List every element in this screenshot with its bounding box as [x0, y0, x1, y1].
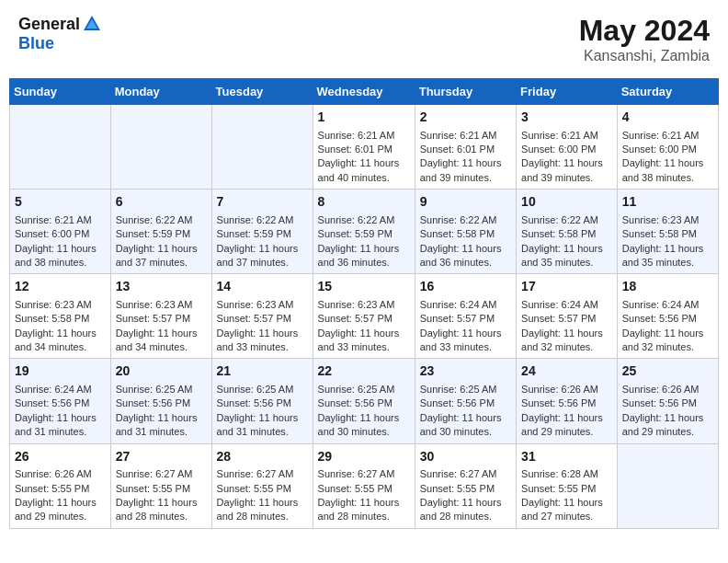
- calendar-table: Sunday Monday Tuesday Wednesday Thursday…: [9, 78, 719, 529]
- table-row: 19Sunrise: 6:24 AM Sunset: 5:56 PM Dayli…: [10, 359, 111, 443]
- table-row: 31Sunrise: 6:28 AM Sunset: 5:55 PM Dayli…: [517, 443, 618, 528]
- day-number: 17: [521, 278, 612, 296]
- table-row: 17Sunrise: 6:24 AM Sunset: 5:57 PM Dayli…: [517, 274, 618, 359]
- col-monday: Monday: [110, 79, 211, 105]
- day-info: Sunrise: 6:24 AM Sunset: 5:57 PM Dayligh…: [420, 298, 511, 355]
- day-info: Sunrise: 6:27 AM Sunset: 5:55 PM Dayligh…: [318, 467, 410, 524]
- table-row: [10, 105, 111, 190]
- day-info: Sunrise: 6:25 AM Sunset: 5:56 PM Dayligh…: [116, 383, 207, 440]
- table-row: 20Sunrise: 6:25 AM Sunset: 5:56 PM Dayli…: [110, 359, 211, 443]
- day-number: 6: [116, 193, 207, 212]
- day-number: 7: [217, 193, 308, 212]
- table-row: 18Sunrise: 6:24 AM Sunset: 5:56 PM Dayli…: [617, 274, 718, 359]
- calendar-week-row: 19Sunrise: 6:24 AM Sunset: 5:56 PM Dayli…: [10, 359, 719, 443]
- day-info: Sunrise: 6:22 AM Sunset: 5:58 PM Dayligh…: [420, 213, 511, 270]
- day-info: Sunrise: 6:25 AM Sunset: 5:56 PM Dayligh…: [420, 383, 511, 440]
- day-info: Sunrise: 6:26 AM Sunset: 5:56 PM Dayligh…: [622, 383, 713, 440]
- day-info: Sunrise: 6:23 AM Sunset: 5:58 PM Dayligh…: [15, 298, 106, 355]
- day-info: Sunrise: 6:21 AM Sunset: 6:00 PM Dayligh…: [622, 129, 713, 186]
- logo-general-text: General: [18, 15, 80, 34]
- day-info: Sunrise: 6:24 AM Sunset: 5:57 PM Dayligh…: [521, 298, 612, 355]
- day-number: 27: [116, 448, 207, 466]
- page-header: General Blue May 2024 Kansanshi, Zambia: [9, 9, 719, 69]
- day-number: 5: [15, 193, 106, 212]
- table-row: 29Sunrise: 6:27 AM Sunset: 5:55 PM Dayli…: [313, 443, 415, 528]
- day-info: Sunrise: 6:27 AM Sunset: 5:55 PM Dayligh…: [116, 467, 207, 524]
- day-info: Sunrise: 6:26 AM Sunset: 5:55 PM Dayligh…: [15, 467, 106, 524]
- day-number: 16: [420, 278, 511, 296]
- table-row: 13Sunrise: 6:23 AM Sunset: 5:57 PM Dayli…: [110, 274, 211, 359]
- day-number: 21: [217, 362, 308, 381]
- table-row: 30Sunrise: 6:27 AM Sunset: 5:55 PM Dayli…: [415, 443, 516, 528]
- day-number: 23: [420, 362, 511, 381]
- day-number: 29: [318, 448, 410, 466]
- calendar-week-row: 12Sunrise: 6:23 AM Sunset: 5:58 PM Dayli…: [10, 274, 719, 359]
- table-row: 2Sunrise: 6:21 AM Sunset: 6:01 PM Daylig…: [415, 105, 516, 190]
- col-wednesday: Wednesday: [313, 79, 415, 105]
- table-row: 6Sunrise: 6:22 AM Sunset: 5:59 PM Daylig…: [110, 190, 211, 274]
- day-number: 9: [420, 193, 511, 212]
- logo: General Blue: [18, 14, 102, 53]
- table-row: 24Sunrise: 6:26 AM Sunset: 5:56 PM Dayli…: [517, 359, 618, 443]
- day-info: Sunrise: 6:27 AM Sunset: 5:55 PM Dayligh…: [420, 467, 511, 524]
- calendar-week-row: 1Sunrise: 6:21 AM Sunset: 6:01 PM Daylig…: [10, 105, 719, 190]
- day-number: 12: [15, 278, 106, 296]
- day-number: 19: [15, 362, 106, 381]
- location-subtitle: Kansanshi, Zambia: [579, 48, 710, 64]
- title-section: May 2024 Kansanshi, Zambia: [579, 14, 710, 64]
- table-row: 10Sunrise: 6:22 AM Sunset: 5:58 PM Dayli…: [517, 190, 618, 274]
- table-row: 5Sunrise: 6:21 AM Sunset: 6:00 PM Daylig…: [10, 190, 111, 274]
- day-number: 13: [116, 278, 207, 296]
- logo-blue-text: Blue: [18, 34, 54, 53]
- day-info: Sunrise: 6:26 AM Sunset: 5:56 PM Dayligh…: [521, 383, 612, 440]
- table-row: 3Sunrise: 6:21 AM Sunset: 6:00 PM Daylig…: [517, 105, 618, 190]
- table-row: 28Sunrise: 6:27 AM Sunset: 5:55 PM Dayli…: [211, 443, 313, 528]
- day-number: 20: [116, 362, 207, 381]
- day-number: 11: [622, 193, 713, 212]
- table-row: 12Sunrise: 6:23 AM Sunset: 5:58 PM Dayli…: [10, 274, 111, 359]
- day-info: Sunrise: 6:27 AM Sunset: 5:55 PM Dayligh…: [217, 467, 308, 524]
- day-number: 25: [622, 362, 713, 381]
- day-number: 3: [521, 109, 612, 127]
- day-info: Sunrise: 6:21 AM Sunset: 6:00 PM Dayligh…: [521, 129, 612, 186]
- calendar-week-row: 5Sunrise: 6:21 AM Sunset: 6:00 PM Daylig…: [10, 190, 719, 274]
- day-number: 31: [521, 448, 612, 466]
- table-row: 14Sunrise: 6:23 AM Sunset: 5:57 PM Dayli…: [211, 274, 313, 359]
- day-info: Sunrise: 6:22 AM Sunset: 5:58 PM Dayligh…: [521, 213, 612, 270]
- day-info: Sunrise: 6:28 AM Sunset: 5:55 PM Dayligh…: [521, 467, 612, 524]
- table-row: 27Sunrise: 6:27 AM Sunset: 5:55 PM Dayli…: [110, 443, 211, 528]
- table-row: 1Sunrise: 6:21 AM Sunset: 6:01 PM Daylig…: [313, 105, 415, 190]
- day-info: Sunrise: 6:25 AM Sunset: 5:56 PM Dayligh…: [318, 383, 410, 440]
- day-info: Sunrise: 6:21 AM Sunset: 6:00 PM Dayligh…: [15, 213, 106, 270]
- day-info: Sunrise: 6:23 AM Sunset: 5:58 PM Dayligh…: [622, 213, 713, 270]
- table-row: 9Sunrise: 6:22 AM Sunset: 5:58 PM Daylig…: [415, 190, 516, 274]
- day-number: 18: [622, 278, 713, 296]
- table-row: 26Sunrise: 6:26 AM Sunset: 5:55 PM Dayli…: [10, 443, 111, 528]
- col-saturday: Saturday: [617, 79, 718, 105]
- table-row: 22Sunrise: 6:25 AM Sunset: 5:56 PM Dayli…: [313, 359, 415, 443]
- day-number: 4: [622, 109, 713, 127]
- table-row: 25Sunrise: 6:26 AM Sunset: 5:56 PM Dayli…: [617, 359, 718, 443]
- table-row: 7Sunrise: 6:22 AM Sunset: 5:59 PM Daylig…: [211, 190, 313, 274]
- table-row: 15Sunrise: 6:23 AM Sunset: 5:57 PM Dayli…: [313, 274, 415, 359]
- day-number: 24: [521, 362, 612, 381]
- day-info: Sunrise: 6:23 AM Sunset: 5:57 PM Dayligh…: [318, 298, 410, 355]
- day-info: Sunrise: 6:24 AM Sunset: 5:56 PM Dayligh…: [622, 298, 713, 355]
- col-friday: Friday: [517, 79, 618, 105]
- day-info: Sunrise: 6:21 AM Sunset: 6:01 PM Dayligh…: [318, 129, 410, 186]
- day-number: 30: [420, 448, 511, 466]
- day-info: Sunrise: 6:23 AM Sunset: 5:57 PM Dayligh…: [217, 298, 308, 355]
- month-year-title: May 2024: [579, 14, 710, 48]
- day-info: Sunrise: 6:24 AM Sunset: 5:56 PM Dayligh…: [15, 383, 106, 440]
- table-row: [211, 105, 313, 190]
- table-row: 23Sunrise: 6:25 AM Sunset: 5:56 PM Dayli…: [415, 359, 516, 443]
- day-number: 22: [318, 362, 410, 381]
- day-number: 8: [318, 193, 410, 212]
- day-number: 2: [420, 109, 511, 127]
- day-info: Sunrise: 6:22 AM Sunset: 5:59 PM Dayligh…: [116, 213, 207, 270]
- day-number: 15: [318, 278, 410, 296]
- table-row: [617, 443, 718, 528]
- day-number: 14: [217, 278, 308, 296]
- col-thursday: Thursday: [415, 79, 516, 105]
- table-row: 16Sunrise: 6:24 AM Sunset: 5:57 PM Dayli…: [415, 274, 516, 359]
